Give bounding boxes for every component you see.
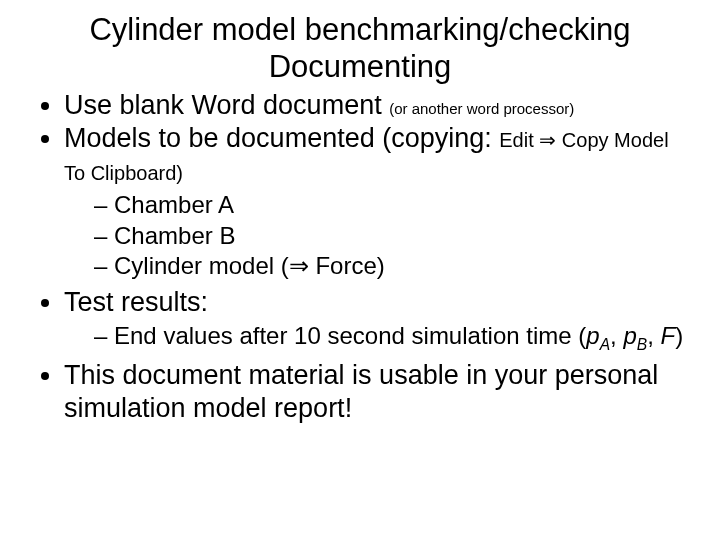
arrow-icon: ⇒: [289, 252, 309, 279]
var-pA: pA: [586, 322, 610, 349]
bullet-text: Test results:: [64, 287, 208, 317]
sub-list-results: End values after 10 second simulation ti…: [64, 321, 684, 355]
sub-text-b: Force): [309, 252, 385, 279]
title-line-2: Documenting: [269, 49, 452, 84]
bullet-text: Use blank Word document: [64, 90, 389, 120]
bullet-usable-material: This document material is usable in your…: [64, 359, 684, 425]
sub-text-a: Cylinder model (: [114, 252, 289, 279]
p: p: [623, 322, 636, 349]
bullet-models-to-document: Models to be documented (copying: Edit ⇒…: [64, 122, 684, 282]
var-pB: pB: [623, 322, 647, 349]
sub-chamber-b: Chamber B: [94, 221, 684, 252]
slide: Cylinder model benchmarking/checking Doc…: [0, 0, 720, 540]
bullet-list: Use blank Word document (or another word…: [36, 89, 684, 425]
menu-path-a: Edit: [499, 129, 539, 151]
sub-list-models: Chamber A Chamber B Cylinder model (⇒ Fo…: [64, 190, 684, 282]
sub-end-values: End values after 10 second simulation ti…: [94, 321, 684, 355]
bullet-note: (or another word processor): [389, 100, 574, 117]
bullet-text: Models to be documented (copying:: [64, 123, 499, 153]
title-line-1: Cylinder model benchmarking/checking: [89, 12, 630, 47]
sub: A: [600, 336, 610, 353]
close-paren: ): [675, 322, 683, 349]
sub: B: [637, 336, 647, 353]
arrow-icon: ⇒: [539, 129, 556, 151]
sub-cylinder-model: Cylinder model (⇒ Force): [94, 251, 684, 282]
sub-chamber-a: Chamber A: [94, 190, 684, 221]
comma: ,: [610, 322, 623, 349]
p: p: [586, 322, 599, 349]
bullet-test-results: Test results: End values after 10 second…: [64, 286, 684, 355]
comma: ,: [647, 322, 660, 349]
t: End values after 10 second simulation ti…: [114, 322, 586, 349]
var-F: F: [660, 322, 675, 349]
bullet-use-blank-word: Use blank Word document (or another word…: [64, 89, 684, 122]
slide-title: Cylinder model benchmarking/checking Doc…: [36, 12, 684, 85]
